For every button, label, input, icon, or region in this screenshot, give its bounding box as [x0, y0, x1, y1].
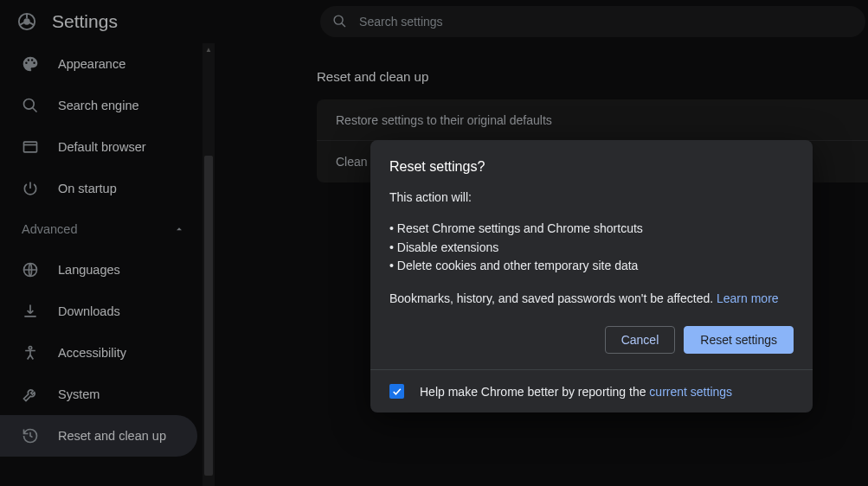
- report-text: Help make Chrome better by reporting the: [420, 385, 649, 399]
- bullet-text: Delete cookies and other temporary site …: [397, 259, 639, 272]
- dialog-note: Bookmarks, history, and saved passwords …: [389, 291, 794, 305]
- bullet-text: Reset Chrome settings and Chrome shortcu…: [397, 221, 643, 235]
- dialog-actions: Cancel Reset settings: [389, 326, 794, 354]
- report-label: Help make Chrome better by reporting the…: [420, 385, 732, 399]
- dialog-bullet: • Delete cookies and other temporary sit…: [389, 257, 794, 276]
- dialog-intro: This action will:: [389, 190, 794, 204]
- dialog-footer: Help make Chrome better by reporting the…: [370, 369, 813, 412]
- dialog-bullet: • Disable extensions: [389, 239, 794, 258]
- bullet-text: Disable extensions: [397, 240, 499, 254]
- current-settings-link[interactable]: current settings: [649, 385, 732, 399]
- dialog-bullets: • Reset Chrome settings and Chrome short…: [389, 220, 794, 276]
- dialog-bullet: • Reset Chrome settings and Chrome short…: [389, 220, 794, 239]
- report-checkbox[interactable]: [389, 384, 404, 399]
- reset-settings-dialog: Reset settings? This action will: • Rese…: [370, 140, 813, 412]
- note-text: Bookmarks, history, and saved passwords …: [389, 291, 717, 305]
- cancel-button[interactable]: Cancel: [605, 326, 676, 354]
- learn-more-link[interactable]: Learn more: [717, 291, 779, 305]
- reset-settings-button[interactable]: Reset settings: [684, 326, 794, 354]
- dialog-title: Reset settings?: [389, 159, 794, 175]
